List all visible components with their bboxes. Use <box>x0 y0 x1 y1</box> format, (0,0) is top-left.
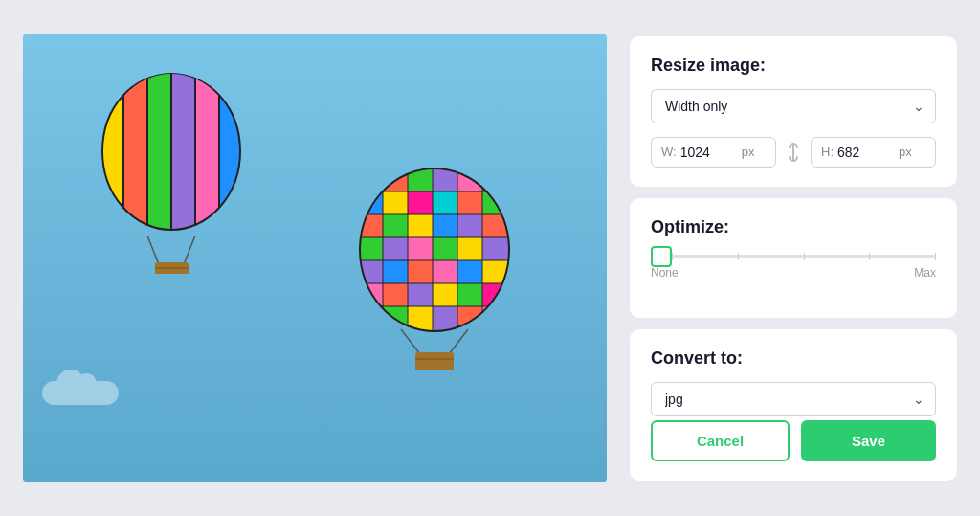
svg-rect-47 <box>457 260 482 283</box>
svg-rect-30 <box>482 191 511 214</box>
resize-dropdown[interactable]: Width only Height only Width & Height No… <box>651 89 936 123</box>
balloon-1 <box>100 73 253 264</box>
svg-rect-37 <box>358 237 383 260</box>
height-input[interactable] <box>837 145 895 160</box>
svg-rect-46 <box>433 260 457 283</box>
height-unit: px <box>899 145 912 159</box>
height-label: H: <box>821 145 834 159</box>
svg-rect-55 <box>358 306 383 331</box>
svg-rect-40 <box>433 237 457 260</box>
svg-rect-50 <box>383 283 408 306</box>
slider-labels: None Max <box>651 266 936 280</box>
svg-rect-26 <box>383 191 408 214</box>
buttons-row: Cancel Save <box>651 420 936 461</box>
svg-rect-24 <box>482 168 511 191</box>
resize-title: Resize image: <box>651 56 936 76</box>
balloon-2 <box>358 168 511 350</box>
balloon-scene <box>23 34 607 482</box>
optimize-slider-thumb[interactable] <box>651 246 672 267</box>
slider-min-label: None <box>651 266 679 280</box>
svg-rect-19 <box>358 168 383 191</box>
svg-rect-34 <box>433 214 457 237</box>
right-panel: Resize image: Width only Height only Wid… <box>630 23 957 493</box>
cloud-decoration <box>42 381 119 405</box>
svg-rect-29 <box>457 191 482 214</box>
width-unit: px <box>742 145 755 159</box>
height-field: H: px <box>811 137 936 168</box>
svg-rect-45 <box>408 260 433 283</box>
svg-rect-4 <box>171 73 195 236</box>
svg-rect-60 <box>482 306 511 331</box>
slider-ticks <box>672 253 936 260</box>
convert-card: Convert to: jpg png webp gif bmp ⌄ Cance… <box>630 329 957 481</box>
svg-rect-41 <box>457 237 482 260</box>
dimension-row: W: px H: px <box>651 137 936 168</box>
svg-rect-75 <box>415 352 454 370</box>
resize-card: Resize image: Width only Height only Wid… <box>630 36 957 187</box>
convert-dropdown-wrapper: jpg png webp gif bmp ⌄ <box>651 382 936 416</box>
svg-rect-51 <box>408 283 433 306</box>
svg-rect-39 <box>408 237 433 260</box>
optimize-title: Optimize: <box>651 217 936 237</box>
resize-dropdown-wrapper: Width only Height only Width & Height No… <box>651 89 936 123</box>
svg-rect-44 <box>383 260 408 283</box>
save-button[interactable]: Save <box>801 420 936 461</box>
convert-title: Convert to: <box>651 348 936 369</box>
main-container: Resize image: Width only Height only Wid… <box>0 0 980 516</box>
svg-rect-28 <box>433 191 457 214</box>
svg-rect-42 <box>482 237 511 260</box>
link-icon <box>784 143 803 162</box>
cancel-button[interactable]: Cancel <box>651 420 790 461</box>
svg-rect-53 <box>457 283 482 306</box>
svg-rect-32 <box>383 214 408 237</box>
svg-rect-33 <box>408 214 433 237</box>
svg-rect-52 <box>433 283 457 306</box>
optimize-slider-wrapper: None Max <box>651 251 936 299</box>
width-input[interactable] <box>680 145 738 160</box>
svg-rect-23 <box>457 168 482 191</box>
svg-rect-27 <box>408 191 433 214</box>
slider-max-label: Max <box>914 266 936 280</box>
convert-dropdown[interactable]: jpg png webp gif bmp <box>651 382 936 416</box>
optimize-card: Optimize: None Max <box>630 198 957 318</box>
optimize-slider-track[interactable] <box>651 255 936 258</box>
svg-rect-38 <box>383 237 408 260</box>
svg-rect-59 <box>457 306 482 331</box>
image-preview <box>23 34 607 482</box>
width-field: W: px <box>651 137 776 168</box>
balloon-1-body <box>100 73 243 236</box>
width-label: W: <box>661 145 677 159</box>
svg-rect-3 <box>147 73 171 236</box>
svg-rect-35 <box>457 214 482 237</box>
